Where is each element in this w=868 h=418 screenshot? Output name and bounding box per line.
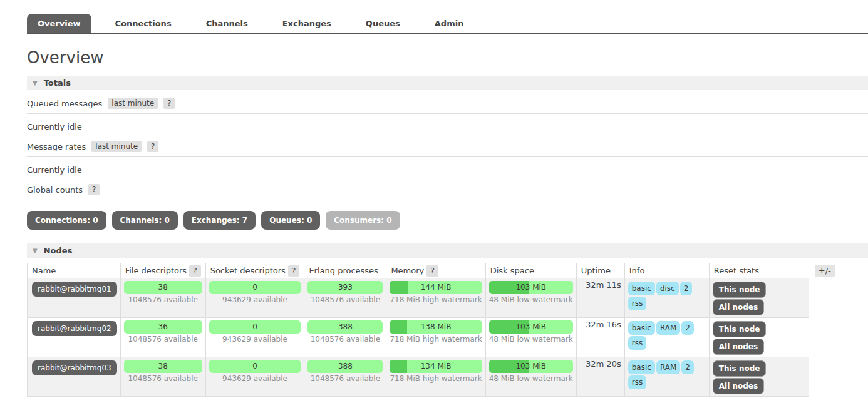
- memory-bar: 138 MiB: [390, 320, 482, 334]
- info-badge-rss: rss: [628, 297, 646, 310]
- memory-cell: 134 MiB 718 MiB high watermark: [386, 357, 485, 397]
- erlang-available: 1048576 available: [307, 295, 383, 305]
- nodes-table: Name File descriptors ? Socket descripto…: [27, 263, 809, 397]
- tab-admin[interactable]: Admin: [424, 14, 475, 33]
- uptime-value: 32m 20s: [576, 357, 624, 397]
- sd-help-icon[interactable]: ?: [288, 265, 299, 277]
- global-counts-label: Global counts: [27, 185, 83, 195]
- sd-available: 943629 available: [209, 374, 301, 384]
- exchanges-count-button[interactable]: Exchanges: 7: [183, 211, 256, 230]
- tab-queues[interactable]: Queues: [355, 14, 411, 33]
- memory-watermark: 718 MiB high watermark: [390, 335, 482, 344]
- fd-available: 1048576 available: [124, 335, 202, 344]
- erlang-cell: 393 1048576 available: [304, 278, 386, 318]
- message-rates-label: Message rates: [27, 142, 86, 151]
- sd-cell: 0 943629 available: [205, 318, 304, 357]
- global-counts-header: Global counts ?: [27, 176, 868, 200]
- erlang-cell: 388 1048576 available: [304, 318, 386, 357]
- page-title: Overview: [27, 48, 868, 67]
- tab-channels[interactable]: Channels: [195, 14, 259, 33]
- connections-count-button[interactable]: Connections: 0: [27, 211, 106, 230]
- erlang-cell: 388 1048576 available: [304, 357, 386, 397]
- memory-help-icon[interactable]: ?: [426, 265, 438, 277]
- queues-count-button[interactable]: Queues: 0: [261, 211, 320, 230]
- consumers-count-button: Consumers: 0: [326, 211, 400, 230]
- nodes-section-label: Nodes: [44, 246, 73, 255]
- memory-watermark: 718 MiB high watermark: [390, 374, 482, 384]
- tab-exchanges[interactable]: Exchanges: [272, 14, 342, 33]
- info-badge-basic: basic: [628, 360, 655, 374]
- info-badge-ram: RAM: [656, 321, 680, 335]
- reset-this-node-button[interactable]: This node: [713, 282, 767, 298]
- disk-cell: 103 MiB 48 MiB low watermark: [485, 278, 576, 318]
- sd-bar: 0: [209, 360, 301, 373]
- reset-this-node-button[interactable]: This node: [713, 360, 767, 377]
- fd-bar: 38: [124, 360, 202, 373]
- reset-stats-cell: This nodeAll nodes: [709, 357, 809, 397]
- col-erlang-processes: Erlang processes: [304, 263, 386, 278]
- queued-messages-label: Queued messages: [27, 99, 102, 108]
- fd-available: 1048576 available: [124, 295, 202, 305]
- collapse-triangle-icon: ▼: [33, 79, 38, 86]
- message-rates-mode-badge[interactable]: last minute: [91, 141, 142, 152]
- node-row: rabbit@rabbitmq03 38 1048576 available 0…: [28, 357, 809, 397]
- node-name-badge[interactable]: rabbit@rabbitmq01: [32, 282, 117, 297]
- erlang-bar: 393: [307, 281, 383, 294]
- col-socket-descriptors: Socket descriptors ?: [205, 263, 304, 278]
- info-badge-ram: RAM: [656, 360, 680, 374]
- col-memory: Memory ?: [386, 263, 485, 278]
- column-selector-badge[interactable]: +/-: [815, 265, 835, 277]
- queued-idle-status: Currently idle: [27, 114, 868, 133]
- node-name-badge[interactable]: rabbit@rabbitmq03: [32, 360, 117, 375]
- sd-cell: 0 943629 available: [205, 278, 304, 318]
- col-uptime: Uptime: [576, 263, 624, 278]
- disk-watermark: 48 MiB low watermark: [489, 335, 573, 344]
- info-cell: basicdisc2rss: [624, 278, 709, 318]
- node-name-badge[interactable]: rabbit@rabbitmq02: [32, 321, 117, 336]
- global-counts-buttons: Connections: 0 Channels: 0 Exchanges: 7 …: [27, 211, 868, 230]
- sd-available: 943629 available: [209, 335, 301, 344]
- tab-bar: Overview Connections Channels Exchanges …: [27, 14, 868, 34]
- message-rates-header: Message rates last minute ?: [27, 133, 868, 157]
- col-name: Name: [28, 263, 121, 278]
- sd-available: 943629 available: [209, 295, 301, 305]
- memory-bar: 134 MiB: [390, 360, 482, 373]
- queued-help-icon[interactable]: ?: [163, 98, 175, 109]
- info-cell: basicRAM2rss: [624, 357, 709, 397]
- sd-bar: 0: [209, 281, 301, 294]
- info-badge-plugins: 2: [681, 360, 694, 374]
- tab-connections[interactable]: Connections: [105, 14, 182, 33]
- info-badge-rss: rss: [628, 336, 646, 350]
- disk-bar: 103 MiB: [489, 320, 573, 334]
- tab-overview[interactable]: Overview: [27, 14, 91, 33]
- reset-all-nodes-button[interactable]: All nodes: [713, 299, 764, 315]
- queued-rate-mode-badge[interactable]: last minute: [108, 98, 158, 109]
- info-badge-disc: disc: [656, 282, 679, 295]
- fd-bar: 36: [124, 320, 202, 334]
- fd-cell: 38 1048576 available: [120, 357, 205, 397]
- reset-this-node-button[interactable]: This node: [713, 321, 767, 337]
- info-badge-plugins: 2: [680, 282, 693, 295]
- main-content: Overview ▼ Totals Queued messages last m…: [0, 48, 868, 418]
- channels-count-button[interactable]: Channels: 0: [112, 211, 178, 230]
- fd-help-icon[interactable]: ?: [189, 265, 200, 277]
- memory-cell: 138 MiB 718 MiB high watermark: [386, 318, 485, 357]
- info-badge-plugins: 2: [681, 321, 694, 335]
- col-info: Info: [624, 263, 709, 278]
- message-rates-help-icon[interactable]: ?: [147, 141, 158, 152]
- totals-section-header[interactable]: ▼ Totals: [27, 76, 868, 90]
- global-counts-help-icon[interactable]: ?: [88, 184, 100, 195]
- reset-all-nodes-button[interactable]: All nodes: [713, 339, 764, 355]
- info-badge-basic: basic: [628, 282, 655, 295]
- nodes-section-header[interactable]: ▼ Nodes: [27, 243, 868, 258]
- node-row: rabbit@rabbitmq02 36 1048576 available 0…: [28, 318, 809, 357]
- disk-watermark: 48 MiB low watermark: [489, 374, 573, 384]
- disk-cell: 103 MiB 48 MiB low watermark: [485, 357, 576, 397]
- sd-cell: 0 943629 available: [205, 357, 304, 397]
- erlang-available: 1048576 available: [307, 374, 383, 384]
- reset-stats-cell: This nodeAll nodes: [709, 318, 809, 357]
- reset-all-nodes-button[interactable]: All nodes: [713, 378, 764, 394]
- info-badge-basic: basic: [628, 321, 655, 335]
- nodes-header-row: Name File descriptors ? Socket descripto…: [28, 263, 809, 278]
- memory-bar: 144 MiB: [390, 281, 482, 294]
